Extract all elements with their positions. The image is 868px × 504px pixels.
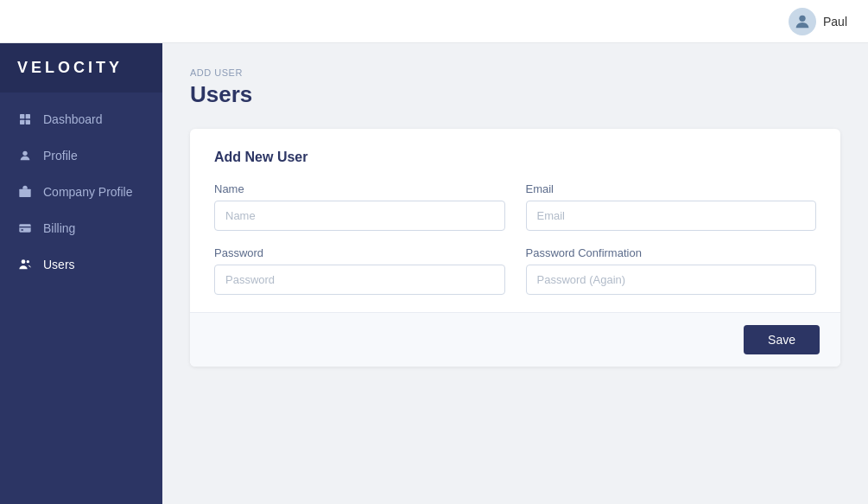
- sidebar-item-billing-label: Billing: [43, 221, 75, 235]
- save-button[interactable]: Save: [744, 325, 820, 354]
- sidebar-item-billing[interactable]: Billing: [0, 210, 162, 246]
- svg-rect-9: [19, 224, 30, 232]
- email-field-group: Email: [526, 182, 817, 231]
- content-area: ADD USER Users Add New User Name Email P…: [162, 43, 868, 504]
- password-label: Password: [214, 246, 505, 259]
- svg-point-13: [27, 260, 29, 263]
- avatar: [789, 8, 816, 35]
- password-field-group: Password: [214, 246, 505, 295]
- svg-rect-3: [20, 120, 24, 124]
- app-logo: VELOCITY: [0, 43, 162, 93]
- password-confirm-input[interactable]: [526, 265, 817, 295]
- password-confirm-label: Password Confirmation: [526, 246, 817, 259]
- password-confirm-field-group: Password Confirmation: [526, 246, 817, 295]
- billing-icon: [17, 220, 33, 236]
- company-profile-icon: [17, 184, 33, 200]
- sidebar-item-dashboard-label: Dashboard: [43, 112, 103, 126]
- svg-rect-1: [20, 114, 24, 118]
- svg-point-12: [22, 259, 26, 264]
- name-label: Name: [214, 182, 505, 195]
- sidebar: VELOCITY Dashboard: [0, 43, 162, 504]
- password-input[interactable]: [214, 265, 505, 295]
- svg-point-5: [22, 151, 27, 156]
- user-name-label: Paul: [823, 15, 847, 29]
- sidebar-item-users[interactable]: Users: [0, 246, 162, 283]
- user-menu[interactable]: Paul: [789, 8, 847, 35]
- sidebar-item-profile-label: Profile: [43, 149, 78, 163]
- svg-rect-2: [26, 114, 30, 118]
- form-row-1: Name Email: [214, 182, 816, 231]
- svg-rect-4: [26, 120, 30, 124]
- email-input[interactable]: [526, 201, 817, 231]
- form-row-2: Password Password Confirmation: [214, 246, 816, 295]
- email-label: Email: [526, 182, 817, 195]
- dashboard-icon: [17, 112, 33, 127]
- sidebar-item-profile[interactable]: Profile: [0, 137, 162, 174]
- name-input[interactable]: [214, 201, 505, 231]
- topbar: Paul: [0, 0, 868, 43]
- avatar-icon: [793, 12, 812, 31]
- add-user-card: Add New User Name Email Password: [190, 129, 840, 367]
- svg-point-0: [799, 15, 805, 21]
- profile-icon: [17, 148, 33, 163]
- page-title: Users: [190, 81, 840, 108]
- card-title: Add New User: [214, 150, 816, 165]
- users-icon: [17, 257, 33, 272]
- svg-rect-11: [21, 229, 23, 230]
- sidebar-nav: Dashboard Profile: [0, 93, 162, 283]
- breadcrumb: ADD USER: [190, 67, 840, 78]
- sidebar-item-company-profile-label: Company Profile: [43, 185, 133, 199]
- sidebar-item-company-profile[interactable]: Company Profile: [0, 174, 162, 210]
- main-layout: VELOCITY Dashboard: [0, 43, 868, 504]
- sidebar-item-dashboard[interactable]: Dashboard: [0, 101, 162, 137]
- card-footer: Save: [190, 312, 840, 367]
- sidebar-item-users-label: Users: [43, 258, 75, 271]
- name-field-group: Name: [214, 182, 505, 231]
